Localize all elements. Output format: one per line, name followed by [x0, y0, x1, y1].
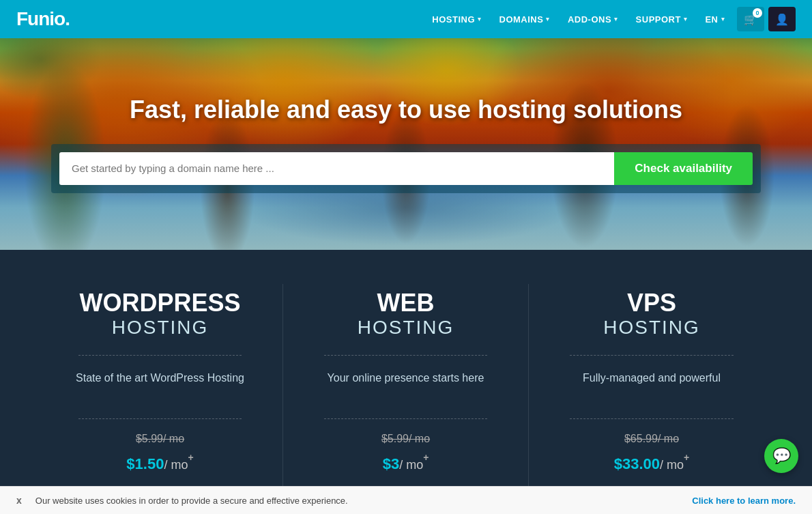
- web-hosting-card: WEB HOSTING Your online presence starts …: [283, 284, 529, 514]
- nav-link-language[interactable]: EN ▾: [698, 10, 731, 29]
- per-month-web: / mo: [399, 458, 423, 472]
- logo-text: Funio.: [16, 8, 70, 29]
- price-plus-wordpress: +: [188, 452, 193, 463]
- vps-hosting-card: VPS HOSTING Fully-managed and powerful $…: [529, 284, 774, 514]
- per-month-vps: / mo: [660, 458, 684, 472]
- price-value-vps: $33.00: [614, 455, 660, 472]
- nav-item-hosting[interactable]: HOSTING ▾: [425, 10, 488, 29]
- cookie-notice-bar: x Our website uses cookies in order to p…: [0, 486, 812, 514]
- domain-search-bar: Check availability: [51, 144, 761, 193]
- hosting-cards-section: WORDPRESS HOSTING State of the art WordP…: [0, 250, 812, 514]
- nav-item-language[interactable]: EN ▾: [698, 10, 731, 29]
- chat-icon: 💬: [772, 447, 791, 465]
- wordpress-hosting-card: WORDPRESS HOSTING State of the art WordP…: [38, 284, 283, 514]
- nav-item-domains[interactable]: DOMAINS ▾: [493, 10, 557, 29]
- card-divider: [570, 355, 734, 356]
- brand-logo[interactable]: Funio.: [16, 8, 70, 30]
- nav-item-support[interactable]: SUPPORT ▾: [629, 10, 695, 29]
- chevron-down-icon: ▾: [546, 16, 550, 23]
- card-description-vps: Fully-managed and powerful: [549, 369, 754, 405]
- user-icon: 👤: [775, 13, 789, 26]
- price-value-wordpress: $1.50: [126, 455, 164, 472]
- card-divider: [78, 355, 242, 356]
- card-new-price-web: $3/ mo+: [304, 448, 508, 474]
- price-plus-web: +: [423, 452, 429, 463]
- cookie-close-button[interactable]: x: [16, 495, 22, 506]
- card-description-web: Your online presence starts here: [304, 369, 508, 405]
- per-month-wordpress: / mo: [164, 458, 188, 472]
- cookie-message: Our website uses cookies in order to pro…: [35, 496, 684, 506]
- nav-link-domains[interactable]: DOMAINS ▾: [493, 10, 557, 29]
- card-description-wordpress: State of the art WordPress Hosting: [58, 369, 262, 405]
- user-button[interactable]: 👤: [768, 7, 796, 31]
- card-subtitle-wordpress: HOSTING: [58, 317, 262, 339]
- cookie-learn-more-link[interactable]: Click here to learn more.: [692, 496, 796, 506]
- card-divider: [570, 418, 734, 419]
- nav-link-addons[interactable]: ADD-ONS ▾: [561, 10, 625, 29]
- card-divider: [324, 355, 487, 356]
- card-subtitle-vps: HOSTING: [549, 317, 754, 339]
- card-title-web: WEB: [304, 291, 508, 315]
- card-title-vps: VPS: [549, 291, 754, 315]
- nav-links: HOSTING ▾ DOMAINS ▾ ADD-ONS ▾ SUPPORT ▾: [425, 10, 731, 29]
- domain-search-input[interactable]: [59, 152, 614, 185]
- cart-button[interactable]: 🛒 0: [737, 7, 764, 31]
- hero-title: Fast, reliable and easy to use hosting s…: [14, 95, 798, 124]
- hero-content: Fast, reliable and easy to use hosting s…: [0, 95, 812, 192]
- hero-section: Fast, reliable and easy to use hosting s…: [0, 38, 812, 250]
- chevron-down-icon: ▾: [614, 16, 618, 23]
- card-new-price-wordpress: $1.50/ mo+: [58, 448, 262, 474]
- cart-badge: 0: [753, 8, 762, 18]
- card-old-price-vps: $65.99/ mo: [549, 433, 754, 445]
- price-value-web: $3: [383, 455, 399, 472]
- chevron-down-icon: ▾: [684, 16, 688, 23]
- card-divider: [324, 418, 487, 419]
- nav-link-hosting[interactable]: HOSTING ▾: [425, 10, 488, 29]
- chevron-down-icon: ▾: [478, 16, 482, 23]
- chat-widget-button[interactable]: 💬: [764, 439, 798, 473]
- nav-link-support[interactable]: SUPPORT ▾: [629, 10, 695, 29]
- check-availability-button[interactable]: Check availability: [614, 152, 753, 185]
- card-title-wordpress: WORDPRESS: [58, 291, 262, 315]
- card-divider: [78, 418, 242, 419]
- card-old-price-web: $5.99/ mo: [304, 433, 508, 445]
- card-subtitle-web: HOSTING: [304, 317, 508, 339]
- card-new-price-vps: $33.00/ mo+: [549, 448, 754, 474]
- navbar: Funio. HOSTING ▾ DOMAINS ▾ ADD-ONS ▾ SUP…: [0, 0, 812, 38]
- nav-item-addons[interactable]: ADD-ONS ▾: [561, 10, 625, 29]
- price-plus-vps: +: [684, 452, 689, 463]
- card-old-price-wordpress: $5.99/ mo: [58, 433, 262, 445]
- chevron-down-icon: ▾: [721, 16, 725, 23]
